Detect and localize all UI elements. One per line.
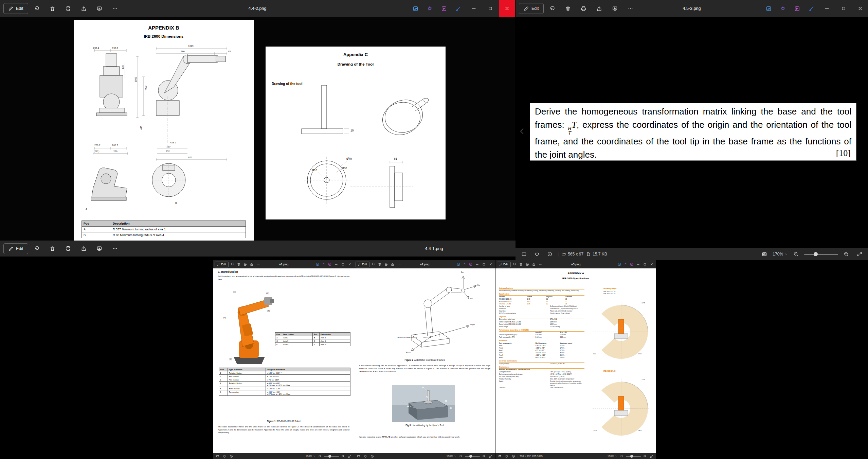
more-button[interactable]: [624, 2, 637, 15]
zoom-in-button[interactable]: [642, 454, 648, 459]
zoom-out-button[interactable]: [791, 249, 801, 259]
maximize-button[interactable]: [835, 0, 851, 17]
more-button[interactable]: [396, 262, 402, 267]
share-button[interactable]: [249, 262, 254, 267]
zoom-in-button[interactable]: [340, 454, 346, 459]
zoom-out-button[interactable]: [458, 454, 464, 459]
edit-button[interactable]: Edit: [3, 243, 28, 254]
clipchamp-button[interactable]: [629, 262, 634, 267]
print-button[interactable]: [577, 2, 591, 15]
share-button[interactable]: [77, 243, 91, 255]
close-button[interactable]: [499, 0, 515, 17]
delete-button[interactable]: [46, 243, 59, 255]
zoom-out-button[interactable]: [317, 454, 323, 459]
favorite-button[interactable]: [532, 249, 542, 259]
delete-button[interactable]: [561, 2, 575, 15]
delete-button[interactable]: [236, 262, 241, 267]
zoom-slider[interactable]: [804, 254, 838, 255]
close-button[interactable]: [649, 260, 655, 268]
filmstrip-toggle-button[interactable]: [215, 454, 220, 459]
maximize-button[interactable]: [340, 260, 346, 268]
visual-search-button[interactable]: [462, 262, 467, 267]
edit-button[interactable]: Edit: [356, 262, 369, 267]
edit-button[interactable]: Edit: [215, 262, 229, 267]
edit-image-button[interactable]: [409, 2, 422, 15]
undo-button[interactable]: [546, 2, 559, 15]
close-button[interactable]: [488, 260, 494, 268]
image-viewer-canvas[interactable]: APPENDIX B IRB 2600 Dimensions: [0, 17, 515, 241]
zoom-level-dropdown[interactable]: 170%: [773, 252, 788, 257]
favorite-button[interactable]: [222, 454, 227, 459]
share-button[interactable]: [390, 262, 395, 267]
file-info-button[interactable]: [545, 249, 555, 259]
zoom-slider-thumb[interactable]: [328, 455, 331, 458]
undo-button[interactable]: [512, 262, 517, 267]
file-info-button[interactable]: [369, 454, 375, 459]
clipchamp-button[interactable]: [327, 262, 332, 267]
designer-button[interactable]: [804, 2, 818, 15]
favorite-button[interactable]: [363, 454, 368, 459]
fullscreen-button[interactable]: [488, 454, 493, 459]
share-button[interactable]: [531, 262, 537, 267]
clipchamp-button[interactable]: [437, 2, 451, 15]
edit-image-button[interactable]: [456, 262, 461, 267]
share-button[interactable]: [593, 2, 606, 15]
edit-image-button[interactable]: [315, 262, 320, 267]
clipchamp-button[interactable]: [790, 2, 804, 15]
delete-button[interactable]: [46, 2, 59, 15]
document-page-appendix-b[interactable]: APPENDIX B IRB 2600 Dimensions: [74, 20, 254, 241]
print-button[interactable]: [61, 243, 75, 255]
slideshow-button[interactable]: [93, 243, 106, 255]
undo-button[interactable]: [30, 243, 44, 255]
filmstrip-toggle-button[interactable]: [356, 454, 361, 459]
zoom-in-button[interactable]: [481, 454, 487, 459]
visual-search-button[interactable]: [423, 2, 436, 15]
print-button[interactable]: [525, 262, 530, 267]
zoom-out-button[interactable]: [619, 454, 625, 459]
minimize-button[interactable]: [635, 260, 641, 268]
minimize-button[interactable]: [466, 0, 482, 17]
slideshow-button[interactable]: [608, 2, 622, 15]
visual-search-button[interactable]: [623, 262, 628, 267]
share-button[interactable]: [77, 2, 91, 15]
edit-button[interactable]: Edit: [497, 262, 511, 267]
designer-button[interactable]: [451, 2, 465, 15]
file-info-button[interactable]: [511, 454, 516, 459]
maximize-button[interactable]: [642, 260, 648, 268]
favorite-button[interactable]: [504, 454, 509, 459]
zoom-level-dropdown[interactable]: 100%: [608, 455, 618, 458]
more-button[interactable]: [255, 262, 261, 267]
zoom-slider-thumb[interactable]: [630, 455, 633, 458]
undo-button[interactable]: [30, 2, 44, 15]
fullscreen-button[interactable]: [649, 454, 654, 459]
document-page-coordinate-frames[interactable]: ZwXwYwRightcentre of base bottomFront Fi…: [354, 268, 495, 453]
edit-image-button[interactable]: [617, 262, 622, 267]
zoom-slider[interactable]: [626, 456, 641, 457]
delete-button[interactable]: [377, 262, 382, 267]
maximize-button[interactable]: [481, 260, 487, 268]
fit-to-window-button[interactable]: [759, 249, 770, 259]
close-button[interactable]: [347, 260, 353, 268]
edit-button[interactable]: Edit: [519, 3, 544, 14]
more-button[interactable]: [108, 2, 122, 15]
visual-search-button[interactable]: [321, 262, 326, 267]
undo-button[interactable]: [370, 262, 376, 267]
previous-image-button[interactable]: [518, 126, 526, 138]
clipchamp-button[interactable]: [468, 262, 473, 267]
minimize-button[interactable]: [474, 260, 480, 268]
slideshow-button[interactable]: [93, 2, 106, 15]
zoom-slider-thumb[interactable]: [814, 252, 818, 256]
delete-button[interactable]: [518, 262, 524, 267]
fullscreen-button[interactable]: [347, 454, 352, 459]
zoom-level-dropdown[interactable]: 100%: [447, 455, 457, 458]
zoom-slider-thumb[interactable]: [469, 455, 472, 458]
document-page-appendix-a[interactable]: APPENDIX A IRB 2600 Specifications Main …: [495, 268, 656, 453]
more-button[interactable]: [538, 262, 543, 267]
edit-button[interactable]: Edit: [3, 3, 28, 14]
more-button[interactable]: [108, 243, 122, 255]
filmstrip-toggle-button[interactable]: [497, 454, 503, 459]
print-button[interactable]: [61, 2, 75, 15]
filmstrip-toggle-button[interactable]: [519, 249, 529, 259]
minimize-button[interactable]: [333, 260, 339, 268]
zoom-slider[interactable]: [465, 456, 480, 457]
